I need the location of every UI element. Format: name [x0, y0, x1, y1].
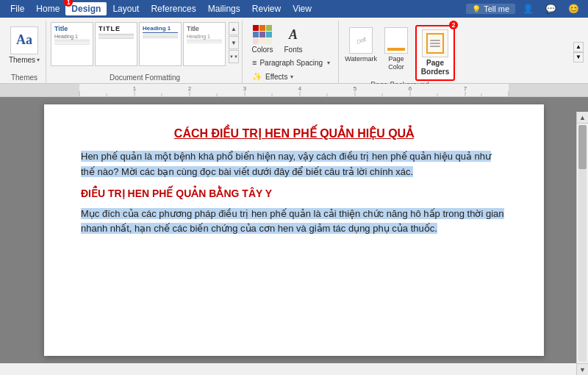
color-sq-2 — [259, 25, 265, 31]
page-borders-button[interactable]: Page Borders — [415, 25, 455, 81]
menu-references[interactable]: References — [145, 2, 201, 15]
page-bg-content: Draft Watermark Page Color 2 — [345, 22, 455, 81]
style-thumb-2-line4 — [98, 38, 134, 39]
ribbon-scroll-up[interactable]: ▲ — [573, 42, 584, 52]
fonts-button[interactable]: A Fonts — [279, 22, 307, 56]
document-title: CÁCH ĐIỀU TRỊ HEN PHẾ QUẢN HIỆU QUẢ — [81, 126, 507, 140]
paragraph-spacing-label: Paragraph Spacing — [259, 59, 323, 67]
ruler: 1 2 3 4 5 6 7 — [0, 84, 588, 97]
watermark-label: Watermark — [345, 55, 377, 63]
style-thumb-2[interactable]: TITLE — [95, 22, 137, 66]
page-color-button[interactable]: Page Color — [380, 25, 412, 74]
page-borders-icon — [422, 29, 448, 57]
menu-bar: File Home 1 Design Layout References Mai… — [0, 0, 588, 18]
page-borders-container: 2 Page Borders — [415, 25, 455, 81]
style-thumb-1-sub: Heading 1 — [54, 34, 90, 39]
color-sq-5 — [259, 32, 265, 38]
colors-button[interactable]: Colors — [248, 22, 276, 56]
page-color-label: Page Color — [382, 55, 410, 71]
pb-line-1 — [430, 40, 440, 41]
paragraph-2-highlighted: Mục đích của các phương pháp điều trị he… — [81, 208, 504, 235]
style-thumb-3-line2 — [143, 36, 178, 37]
page-color-bar — [387, 48, 405, 51]
document-paragraph-1: Hen phế quản là một bệnh khá phổ biến hi… — [81, 149, 507, 180]
paragraph-1-highlighted: Hen phế quản là một bệnh khá phổ biến hi… — [81, 151, 491, 177]
effects-arrow: ▾ — [290, 74, 293, 80]
lightbulb-icon: 💡 — [472, 5, 481, 13]
emoji-icon[interactable]: 😊 — [564, 2, 584, 15]
svg-text:3: 3 — [243, 85, 247, 92]
style-nav-down[interactable]: ▼ — [229, 36, 239, 49]
menu-mailings[interactable]: Mailings — [202, 2, 246, 15]
style-thumb-1-line2 — [54, 41, 90, 42]
style-thumb-4-line2 — [187, 41, 222, 42]
watermark-button[interactable]: Draft Watermark — [345, 25, 377, 65]
menu-design[interactable]: 1 Design — [65, 2, 107, 15]
paragraph-spacing-icon: ≡ — [252, 58, 257, 67]
themes-button[interactable]: Aa Themes ▾ — [6, 22, 43, 68]
user-icon[interactable]: 👤 — [518, 2, 538, 15]
style-thumb-4-line3 — [187, 43, 222, 43]
style-thumb-1-line1 — [54, 40, 90, 40]
menu-home[interactable]: Home — [30, 2, 65, 15]
svg-text:7: 7 — [464, 85, 467, 92]
menu-view[interactable]: View — [287, 2, 318, 15]
style-nav-up[interactable]: ▲ — [229, 22, 239, 35]
style-thumb-4-title: Title — [187, 25, 222, 32]
style-thumb-1[interactable]: Title Heading 1 — [51, 22, 93, 66]
watermark-text: Draft — [356, 36, 367, 46]
style-thumb-1-title: Title — [54, 25, 90, 32]
watermark-icon: Draft — [349, 27, 373, 54]
style-gallery: Title Heading 1 TITLE Heading 1 — [51, 22, 239, 74]
color-sq-4 — [253, 32, 259, 38]
color-sq-1 — [253, 25, 259, 31]
chat-icon[interactable]: 💬 — [541, 2, 561, 15]
effects-button[interactable]: ✨ Effects ▾ — [248, 70, 334, 84]
scroll-track — [578, 125, 587, 362]
style-thumb-4-line1 — [187, 40, 222, 40]
vertical-scrollbar: ▲ ▼ — [576, 112, 588, 363]
themes-label: Themes — [9, 56, 35, 64]
style-thumb-3-line1 — [143, 35, 178, 35]
color-sq-7 — [253, 38, 259, 44]
colors-label: Colors — [252, 46, 273, 54]
style-thumb-1-line4 — [54, 44, 90, 45]
svg-text:4: 4 — [298, 85, 302, 92]
menu-layout[interactable]: Layout — [107, 2, 145, 15]
effects-icon: ✨ — [252, 72, 262, 82]
style-thumb-2-line2 — [98, 35, 134, 36]
scroll-thumb[interactable] — [578, 125, 587, 169]
page-borders-inner — [426, 33, 444, 54]
page-background-section: Draft Watermark Page Color 2 — [340, 21, 459, 83]
doc-formatting-section: Title Heading 1 TITLE Heading 1 — [48, 21, 243, 83]
color-sq-3 — [266, 25, 272, 31]
paragraph-spacing-button[interactable]: ≡ Paragraph Spacing ▾ — [248, 56, 334, 69]
page-borders-label: Page Borders — [420, 59, 451, 76]
svg-rect-2 — [509, 84, 588, 97]
badge-2: 2 — [449, 21, 458, 29]
document-paragraph-2: Mục đích của các phương pháp điều trị he… — [81, 207, 507, 238]
themes-icon: Aa — [10, 26, 38, 54]
document-subtitle-1: ĐIỀU TRỊ HEN PHẾ QUẢN BẰNG TÂY Y — [81, 188, 507, 199]
scroll-up-button[interactable]: ▲ — [577, 112, 588, 124]
ribbon-scroll-down[interactable]: ▼ — [573, 52, 584, 63]
menu-review[interactable]: Review — [246, 2, 287, 15]
style-thumb-2-line3 — [98, 37, 134, 38]
tell-me-input[interactable]: 💡 Tell me — [466, 4, 515, 14]
color-sq-6 — [266, 32, 272, 38]
colors-grid — [253, 25, 272, 44]
menu-file[interactable]: File — [4, 2, 30, 15]
style-thumb-1-line3 — [54, 43, 90, 43]
pb-line-3 — [430, 46, 440, 47]
style-thumb-3[interactable]: Heading 1 — [139, 22, 182, 66]
document-page: CÁCH ĐIỀU TRỊ HEN PHẾ QUẢN HIỆU QUẢ Hen … — [44, 104, 544, 356]
style-nav-more[interactable]: ▼▼ — [229, 50, 239, 63]
themes-section-label: Themes — [11, 74, 37, 83]
effects-label: Effects — [265, 73, 287, 81]
colors-fonts-group: Colors A Fonts — [248, 22, 334, 56]
colors-icon — [252, 24, 273, 45]
style-thumb-4[interactable]: Title Heading 1 — [183, 22, 226, 66]
themes-section: Aa Themes ▾ Themes — [3, 21, 46, 83]
style-thumb-2-title: TITLE — [98, 25, 134, 32]
ribbon-scroll: ▲ ▼ — [573, 21, 585, 83]
